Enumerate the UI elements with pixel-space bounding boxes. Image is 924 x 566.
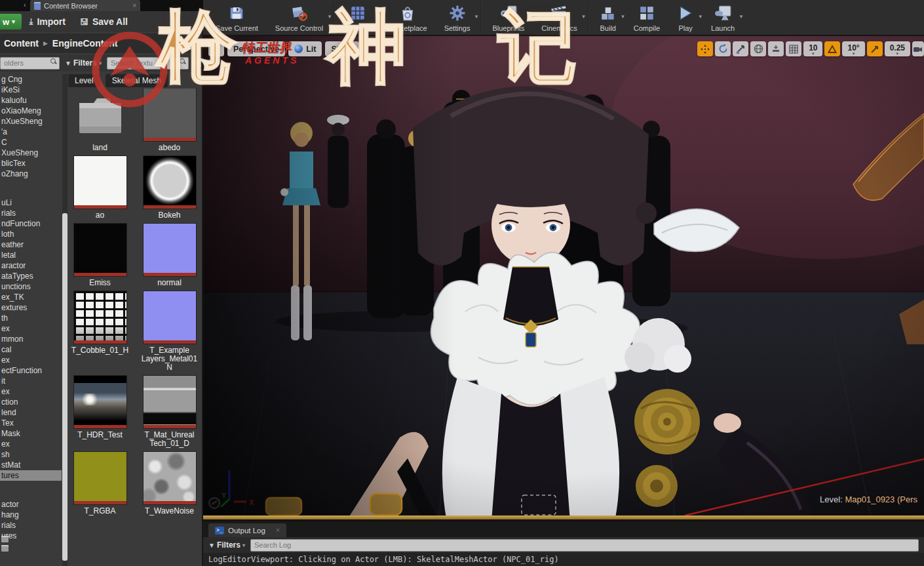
asset-tile[interactable]: T_Example Layers_Metal01 N xyxy=(138,291,201,372)
collection-icon[interactable] xyxy=(1,536,9,542)
tree-item[interactable]: blicTex xyxy=(0,158,62,169)
tree-item[interactable]: stMat xyxy=(0,460,62,470)
asset-tile[interactable]: T_Mat_Unreal Tech_01_D xyxy=(138,376,201,448)
texture-search[interactable] xyxy=(107,56,189,70)
content-button[interactable]: Content xyxy=(337,0,379,35)
tree-item[interactable]: XueSheng xyxy=(0,148,62,158)
breadcrumb-content[interactable]: Content xyxy=(4,38,39,49)
scale-snap-value-button[interactable]: 0.25 ▾ xyxy=(885,41,910,56)
collection-icon[interactable] xyxy=(1,545,9,552)
tree-item[interactable]: rials xyxy=(0,208,62,218)
surface-snap-button[interactable] xyxy=(768,41,784,56)
tree-item[interactable]: ex_TK xyxy=(0,292,62,302)
tree-item[interactable]: kaluofu xyxy=(0,95,62,106)
tree-item[interactable]: ataTypes xyxy=(0,271,62,281)
play-button[interactable]: Play▾ xyxy=(668,0,703,35)
tree-item[interactable]: Mask xyxy=(0,428,62,439)
asset-tile[interactable]: normal xyxy=(138,224,201,287)
tree-scrollbar-thumb[interactable] xyxy=(62,213,67,561)
scale-tool-button[interactable] xyxy=(733,41,748,56)
dropdown-caret-icon[interactable]: ▾ xyxy=(582,13,585,20)
viewport-options-button[interactable]: ≡ xyxy=(208,41,224,56)
tree-item[interactable]: uLi xyxy=(0,197,62,208)
view-options-grid-icon[interactable] xyxy=(194,58,202,68)
tree-item[interactable]: th xyxy=(0,313,62,323)
tree-item[interactable]: ex xyxy=(0,323,62,334)
dropdown-caret-icon[interactable]: ▾ xyxy=(328,13,332,20)
tree-item[interactable]: it xyxy=(0,376,62,386)
perspective-button[interactable]: Perspective xyxy=(227,41,285,56)
filter-chip-skeletal-mesh[interactable]: Skeletal Mesh xyxy=(106,74,168,87)
asset-tile[interactable]: land xyxy=(68,89,132,152)
asset-tile[interactable]: abedo xyxy=(138,89,201,152)
add-new-button[interactable]: w ▾ xyxy=(0,14,22,30)
asset-tile[interactable]: T_WaveNoise xyxy=(138,452,201,515)
import-button[interactable]: ⤓ Import xyxy=(29,16,66,27)
tree-item[interactable]: sh xyxy=(0,449,62,460)
tree-item[interactable]: nXueSheng xyxy=(0,116,62,127)
dropdown-caret-icon[interactable]: ▾ xyxy=(621,13,625,20)
move-tool-button[interactable] xyxy=(697,41,713,56)
launch-button[interactable]: Launch▾ xyxy=(703,0,743,35)
folder-search[interactable] xyxy=(0,56,60,70)
blueprints-button[interactable]: Blueprints▾ xyxy=(484,0,533,35)
viewport-scene[interactable]: Y X xyxy=(203,36,924,521)
asset-tile[interactable]: ao xyxy=(68,156,132,220)
compile-button[interactable]: Compile xyxy=(625,0,668,35)
build-button[interactable]: Build▾ xyxy=(591,0,625,35)
tree-item[interactable]: rials xyxy=(0,520,62,531)
tree-item[interactable]: unctions xyxy=(0,281,62,292)
tree-item[interactable]: actor xyxy=(0,499,62,510)
grid-snap-value-button[interactable]: 10 ▾ xyxy=(803,41,822,56)
rotation-snap-button[interactable] xyxy=(824,41,840,56)
lit-mode-button[interactable]: Lit xyxy=(288,41,322,56)
cinematics-button[interactable]: Cinematics▾ xyxy=(533,0,585,35)
tree-item[interactable]: cal xyxy=(0,344,62,355)
tree-item[interactable]: ction xyxy=(0,397,62,407)
source-control-button[interactable]: Source Control▾ xyxy=(267,0,332,35)
tree-item[interactable]: ex xyxy=(0,386,62,397)
dropdown-caret-icon[interactable]: ▾ xyxy=(699,13,703,20)
camera-speed-button[interactable] xyxy=(912,41,924,56)
tree-item[interactable]: Tex xyxy=(0,418,62,428)
tree-item[interactable]: eather xyxy=(0,239,62,250)
tree-item[interactable]: ex xyxy=(0,355,62,365)
tree-item[interactable]: mmon xyxy=(0,334,62,344)
scale-snap-button[interactable] xyxy=(867,41,883,56)
dropdown-caret-icon[interactable]: ▾ xyxy=(475,13,478,20)
tree-item[interactable]: C xyxy=(0,137,62,148)
tab-output-log[interactable]: >_ Output Log × xyxy=(208,523,286,537)
tree-scrollbar[interactable] xyxy=(62,74,67,566)
asset-tile[interactable]: Emiss xyxy=(68,224,132,287)
tree-item[interactable]: hang xyxy=(0,510,62,520)
show-button[interactable]: Show xyxy=(325,41,358,56)
save-current-button[interactable]: Save Current xyxy=(207,0,267,35)
tree-item[interactable]: oXiaoMeng xyxy=(0,106,62,116)
dropdown-caret-icon[interactable]: ▾ xyxy=(529,13,533,20)
tab-scroll-left-icon[interactable]: ‹ xyxy=(24,1,26,9)
tree-item[interactable]: ures xyxy=(0,531,62,541)
rotation-snap-value-button[interactable]: 10° ▾ xyxy=(842,41,864,56)
settings-button[interactable]: Settings▾ xyxy=(436,0,479,35)
dropdown-caret-icon[interactable]: ▾ xyxy=(740,13,743,20)
asset-tile[interactable]: T_HDR_Test xyxy=(68,376,132,448)
world-coordinate-button[interactable] xyxy=(750,41,766,56)
tree-item[interactable]: lend xyxy=(0,407,62,418)
tree-item[interactable]: ectFunction xyxy=(0,365,62,376)
tree-item[interactable]: ex xyxy=(0,439,62,449)
tab-content-browser[interactable]: Content Browser × xyxy=(30,0,140,11)
filters-button[interactable]: ▼ Filters ▾ xyxy=(65,58,102,68)
asset-tile[interactable]: Bokeh xyxy=(138,156,201,220)
asset-tile[interactable]: T_Cobble_01_H xyxy=(68,291,132,372)
log-filters-button[interactable]: ▼ Filters ▾ xyxy=(208,540,245,550)
tree-item[interactable]: ndFunction xyxy=(0,218,62,229)
tree-item[interactable]: iKeSi xyxy=(0,85,62,95)
viewport[interactable]: Y X ≡ Perspective Lit Show xyxy=(203,36,924,521)
tree-item[interactable]: 'a xyxy=(0,127,62,137)
tab-close-icon[interactable]: × xyxy=(132,2,136,9)
asset-search-input[interactable] xyxy=(107,57,189,70)
tree-item[interactable]: g Cng xyxy=(0,74,62,85)
tree-item[interactable]: oZhang xyxy=(0,169,62,179)
marketplace-button[interactable]: Marketplace xyxy=(379,0,436,35)
tab-close-icon[interactable]: × xyxy=(276,527,280,534)
